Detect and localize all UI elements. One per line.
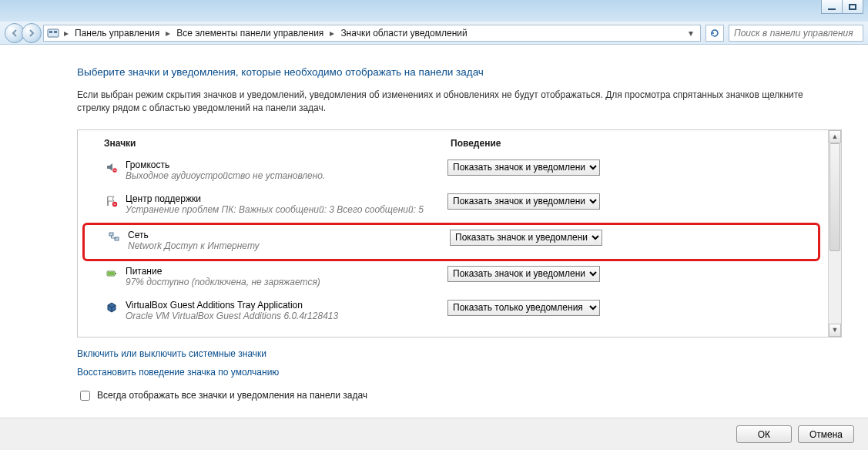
icon-row-text: Питание97% доступно (подключена, не заря… [126, 266, 447, 287]
scroll-thumb[interactable] [829, 143, 840, 251]
scroll-up-button[interactable]: ▲ [829, 130, 841, 143]
icon-row-subtitle: 97% доступно (подключена, не заряжается) [126, 277, 447, 287]
page-title: Выберите значки и уведомления, которые н… [77, 66, 842, 78]
behavior-select-3[interactable]: Показать значок и уведомлениПоказать тол… [447, 266, 600, 282]
link-restore-default[interactable]: Восстановить поведение значка по умолчан… [77, 367, 279, 378]
icon-row-subtitle: Выходное аудиоустройство не установлено. [126, 170, 447, 181]
cancel-button[interactable]: Отмена [798, 425, 854, 443]
scrollbar[interactable]: ▲ ▼ [828, 130, 841, 337]
icon-row-1: Центр поддержкиУстранение проблем ПК: Ва… [104, 189, 816, 223]
window-maximize-button[interactable] [842, 0, 863, 14]
behavior-select-2[interactable]: Показать значок и уведомлениПоказать тол… [450, 230, 602, 246]
always-show-label: Всегда отображать все значки и уведомлен… [97, 390, 367, 401]
icon-row-title: Центр поддержки [126, 193, 447, 204]
breadcrumb-part-0[interactable]: Панель управления [73, 26, 161, 40]
flag-icon [104, 193, 119, 209]
svg-rect-5 [109, 233, 113, 236]
columns-header: Значки Поведение [104, 135, 816, 155]
refresh-button[interactable] [705, 25, 724, 42]
icon-row-3: Питание97% доступно (подключена, не заря… [104, 261, 816, 295]
behavior-select-0[interactable]: Показать значок и уведомлениПоказать тол… [447, 160, 600, 176]
forward-button[interactable] [22, 23, 42, 43]
network-icon [106, 230, 122, 245]
icon-row-title: Громкость [126, 160, 447, 170]
ok-button[interactable]: ОК [736, 425, 792, 443]
breadcrumb-separator: ▸ [163, 28, 173, 39]
icon-row-text: VirtualBox Guest Additions Tray Applicat… [126, 300, 447, 321]
icon-row-title: Питание [126, 266, 447, 277]
icon-row-subtitle: Network Доступ к Интернету [128, 240, 450, 251]
icon-row-text: ГромкостьВыходное аудиоустройство не уст… [126, 160, 447, 181]
icon-row-title: Сеть [128, 230, 450, 240]
icon-row-0: ГромкостьВыходное аудиоустройство не уст… [104, 155, 816, 189]
scroll-track[interactable] [829, 143, 841, 324]
extra-links: Включить или выключить системные значки … [77, 348, 842, 385]
cube-icon [104, 300, 119, 315]
power-icon [104, 266, 119, 281]
search-input[interactable] [729, 25, 863, 42]
icon-row-text: СетьNetwork Доступ к Интернету [128, 230, 450, 251]
breadcrumb-separator: ▸ [61, 28, 72, 39]
footer: ОК Отмена [0, 418, 868, 450]
svg-rect-8 [115, 273, 116, 274]
window-titlebar [0, 0, 868, 22]
column-header-icons: Значки [104, 138, 451, 149]
svg-rect-9 [108, 272, 114, 275]
always-show-checkbox[interactable] [80, 391, 90, 401]
breadcrumb-part-2[interactable]: Значки области уведомлений [339, 26, 468, 40]
icon-row-4: VirtualBox Guest Additions Tray Applicat… [104, 295, 816, 329]
icons-list-frame: Значки Поведение ГромкостьВыходное аудио… [77, 129, 842, 338]
page-description: Если выбран режим скрытия значков и увед… [77, 89, 832, 116]
window-minimize-button[interactable] [821, 0, 843, 14]
scroll-down-button[interactable]: ▼ [829, 324, 841, 337]
address-dropdown-icon[interactable]: ▾ [685, 28, 697, 39]
nav-history-buttons [5, 23, 39, 43]
volume-icon [104, 160, 119, 175]
always-show-row: Всегда отображать все значки и уведомлен… [77, 388, 842, 403]
breadcrumb-separator: ▸ [327, 28, 337, 39]
icon-row-subtitle: Устранение проблем ПК: Важных сообщений:… [126, 204, 447, 215]
behavior-select-4[interactable]: Показать значок и уведомлениПоказать тол… [447, 300, 600, 316]
icon-row-text: Центр поддержкиУстранение проблем ПК: Ва… [126, 193, 447, 215]
column-header-behavior: Поведение [451, 138, 816, 149]
address-bar[interactable]: ▸ Панель управления ▸ Все элементы панел… [43, 25, 701, 42]
content-area: Выберите значки и уведомления, которые н… [0, 45, 868, 418]
navbar: ▸ Панель управления ▸ Все элементы панел… [0, 22, 868, 45]
svg-rect-1 [49, 31, 52, 33]
breadcrumb-part-1[interactable]: Все элементы панели управления [175, 26, 325, 40]
link-toggle-system-icons[interactable]: Включить или выключить системные значки [77, 348, 266, 359]
behavior-select-1[interactable]: Показать значок и уведомлениПоказать тол… [447, 193, 600, 210]
svg-rect-2 [54, 31, 57, 33]
icon-row-subtitle: Oracle VM VirtualBox Guest Additions 6.0… [126, 311, 447, 321]
control-panel-icon [47, 27, 59, 39]
icon-row-2: СетьNetwork Доступ к ИнтернетуПоказать з… [82, 223, 820, 261]
icon-row-title: VirtualBox Guest Additions Tray Applicat… [126, 300, 447, 311]
